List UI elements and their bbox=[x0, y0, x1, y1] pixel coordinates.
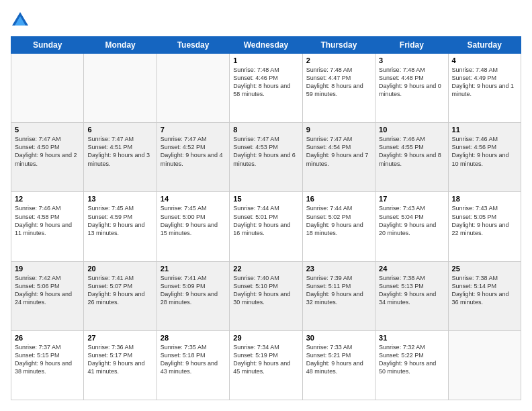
day-number: 5 bbox=[15, 126, 80, 134]
day-number: 30 bbox=[306, 334, 371, 342]
day-number: 31 bbox=[379, 334, 444, 342]
calendar-cell: 2Sunrise: 7:48 AMSunset: 4:47 PMDaylight… bbox=[302, 54, 375, 123]
cell-info: Sunrise: 7:48 AMSunset: 4:46 PMDaylight:… bbox=[233, 66, 298, 99]
page: SundayMondayTuesdayWednesdayThursdayFrid… bbox=[0, 0, 532, 411]
calendar-cell: 9Sunrise: 7:47 AMSunset: 4:54 PMDaylight… bbox=[302, 123, 375, 192]
cell-info: Sunrise: 7:32 AMSunset: 5:22 PMDaylight:… bbox=[379, 343, 444, 376]
day-number: 23 bbox=[306, 265, 371, 273]
day-number: 21 bbox=[161, 265, 226, 273]
cell-info: Sunrise: 7:45 AMSunset: 5:00 PMDaylight:… bbox=[161, 204, 226, 237]
weekday-header-wednesday: Wednesday bbox=[230, 37, 302, 54]
cell-info: Sunrise: 7:44 AMSunset: 5:01 PMDaylight:… bbox=[233, 204, 298, 237]
cell-info: Sunrise: 7:39 AMSunset: 5:11 PMDaylight:… bbox=[306, 274, 371, 307]
calendar-week-row: 12Sunrise: 7:46 AMSunset: 4:58 PMDayligh… bbox=[11, 192, 521, 261]
calendar-cell: 3Sunrise: 7:48 AMSunset: 4:48 PMDaylight… bbox=[375, 54, 448, 123]
cell-info: Sunrise: 7:44 AMSunset: 5:02 PMDaylight:… bbox=[306, 204, 371, 237]
day-number: 13 bbox=[87, 195, 152, 203]
calendar-cell: 18Sunrise: 7:43 AMSunset: 5:05 PMDayligh… bbox=[448, 192, 521, 261]
calendar-cell: 7Sunrise: 7:47 AMSunset: 4:52 PMDaylight… bbox=[157, 123, 229, 192]
cell-info: Sunrise: 7:33 AMSunset: 5:21 PMDaylight:… bbox=[306, 343, 371, 376]
calendar-week-row: 1Sunrise: 7:48 AMSunset: 4:46 PMDaylight… bbox=[11, 54, 521, 123]
calendar-cell: 27Sunrise: 7:36 AMSunset: 5:17 PMDayligh… bbox=[84, 330, 157, 400]
day-number: 1 bbox=[233, 56, 298, 64]
calendar-cell: 16Sunrise: 7:44 AMSunset: 5:02 PMDayligh… bbox=[302, 192, 375, 261]
calendar-cell: 15Sunrise: 7:44 AMSunset: 5:01 PMDayligh… bbox=[230, 192, 302, 261]
calendar-table: SundayMondayTuesdayWednesdayThursdayFrid… bbox=[11, 36, 521, 400]
cell-info: Sunrise: 7:47 AMSunset: 4:52 PMDaylight:… bbox=[161, 135, 226, 168]
calendar-week-row: 19Sunrise: 7:42 AMSunset: 5:06 PMDayligh… bbox=[11, 261, 521, 330]
calendar-cell: 28Sunrise: 7:35 AMSunset: 5:18 PMDayligh… bbox=[157, 330, 229, 400]
day-number: 11 bbox=[452, 126, 517, 134]
cell-info: Sunrise: 7:43 AMSunset: 5:05 PMDaylight:… bbox=[452, 204, 517, 237]
calendar-cell bbox=[84, 54, 157, 123]
calendar-cell: 17Sunrise: 7:43 AMSunset: 5:04 PMDayligh… bbox=[375, 192, 448, 261]
cell-info: Sunrise: 7:34 AMSunset: 5:19 PMDaylight:… bbox=[233, 343, 298, 376]
calendar-cell: 4Sunrise: 7:48 AMSunset: 4:49 PMDaylight… bbox=[448, 54, 521, 123]
cell-info: Sunrise: 7:46 AMSunset: 4:55 PMDaylight:… bbox=[379, 135, 444, 168]
day-number: 27 bbox=[87, 334, 152, 342]
day-number: 19 bbox=[15, 265, 80, 273]
calendar-cell: 5Sunrise: 7:47 AMSunset: 4:50 PMDaylight… bbox=[11, 123, 84, 192]
weekday-header-friday: Friday bbox=[375, 37, 448, 54]
day-number: 7 bbox=[161, 126, 226, 134]
day-number: 10 bbox=[379, 126, 444, 134]
cell-info: Sunrise: 7:47 AMSunset: 4:51 PMDaylight:… bbox=[87, 135, 152, 168]
weekday-header-monday: Monday bbox=[84, 37, 157, 54]
day-number: 20 bbox=[87, 265, 152, 273]
calendar-cell: 11Sunrise: 7:46 AMSunset: 4:56 PMDayligh… bbox=[448, 123, 521, 192]
cell-info: Sunrise: 7:41 AMSunset: 5:07 PMDaylight:… bbox=[87, 274, 152, 307]
day-number: 26 bbox=[15, 334, 80, 342]
day-number: 18 bbox=[452, 195, 517, 203]
day-number: 2 bbox=[306, 56, 371, 64]
day-number: 29 bbox=[233, 334, 298, 342]
day-number: 24 bbox=[379, 265, 444, 273]
calendar-cell: 30Sunrise: 7:33 AMSunset: 5:21 PMDayligh… bbox=[302, 330, 375, 400]
calendar-cell: 21Sunrise: 7:41 AMSunset: 5:09 PMDayligh… bbox=[157, 261, 229, 330]
day-number: 15 bbox=[233, 195, 298, 203]
header bbox=[11, 11, 521, 30]
day-number: 17 bbox=[379, 195, 444, 203]
calendar-cell: 13Sunrise: 7:45 AMSunset: 4:59 PMDayligh… bbox=[84, 192, 157, 261]
logo bbox=[11, 11, 32, 30]
day-number: 8 bbox=[233, 126, 298, 134]
calendar-cell bbox=[157, 54, 229, 123]
cell-info: Sunrise: 7:48 AMSunset: 4:47 PMDaylight:… bbox=[306, 66, 371, 99]
calendar-cell: 6Sunrise: 7:47 AMSunset: 4:51 PMDaylight… bbox=[84, 123, 157, 192]
calendar-cell: 1Sunrise: 7:48 AMSunset: 4:46 PMDaylight… bbox=[230, 54, 302, 123]
calendar-cell: 22Sunrise: 7:40 AMSunset: 5:10 PMDayligh… bbox=[230, 261, 302, 330]
cell-info: Sunrise: 7:45 AMSunset: 4:59 PMDaylight:… bbox=[87, 204, 152, 237]
cell-info: Sunrise: 7:38 AMSunset: 5:14 PMDaylight:… bbox=[452, 274, 517, 307]
cell-info: Sunrise: 7:47 AMSunset: 4:53 PMDaylight:… bbox=[233, 135, 298, 168]
cell-info: Sunrise: 7:46 AMSunset: 4:58 PMDaylight:… bbox=[15, 204, 80, 237]
cell-info: Sunrise: 7:38 AMSunset: 5:13 PMDaylight:… bbox=[379, 274, 444, 307]
day-number: 4 bbox=[452, 56, 517, 64]
logo-icon bbox=[11, 11, 30, 30]
calendar-cell: 14Sunrise: 7:45 AMSunset: 5:00 PMDayligh… bbox=[157, 192, 229, 261]
calendar-cell: 25Sunrise: 7:38 AMSunset: 5:14 PMDayligh… bbox=[448, 261, 521, 330]
day-number: 6 bbox=[87, 126, 152, 134]
cell-info: Sunrise: 7:41 AMSunset: 5:09 PMDaylight:… bbox=[161, 274, 226, 307]
cell-info: Sunrise: 7:47 AMSunset: 4:50 PMDaylight:… bbox=[15, 135, 80, 168]
day-number: 16 bbox=[306, 195, 371, 203]
weekday-header-thursday: Thursday bbox=[302, 37, 375, 54]
day-number: 25 bbox=[452, 265, 517, 273]
weekday-header-saturday: Saturday bbox=[448, 37, 521, 54]
day-number: 9 bbox=[306, 126, 371, 134]
cell-info: Sunrise: 7:47 AMSunset: 4:54 PMDaylight:… bbox=[306, 135, 371, 168]
calendar-cell: 20Sunrise: 7:41 AMSunset: 5:07 PMDayligh… bbox=[84, 261, 157, 330]
cell-info: Sunrise: 7:36 AMSunset: 5:17 PMDaylight:… bbox=[87, 343, 152, 376]
cell-info: Sunrise: 7:42 AMSunset: 5:06 PMDaylight:… bbox=[15, 274, 80, 307]
cell-info: Sunrise: 7:48 AMSunset: 4:49 PMDaylight:… bbox=[452, 66, 517, 99]
day-number: 22 bbox=[233, 265, 298, 273]
calendar-cell bbox=[11, 54, 84, 123]
weekday-header-row: SundayMondayTuesdayWednesdayThursdayFrid… bbox=[11, 37, 521, 54]
calendar-cell: 29Sunrise: 7:34 AMSunset: 5:19 PMDayligh… bbox=[230, 330, 302, 400]
calendar-cell: 24Sunrise: 7:38 AMSunset: 5:13 PMDayligh… bbox=[375, 261, 448, 330]
day-number: 3 bbox=[379, 56, 444, 64]
day-number: 28 bbox=[161, 334, 226, 342]
calendar-cell: 10Sunrise: 7:46 AMSunset: 4:55 PMDayligh… bbox=[375, 123, 448, 192]
cell-info: Sunrise: 7:46 AMSunset: 4:56 PMDaylight:… bbox=[452, 135, 517, 168]
calendar-cell bbox=[448, 330, 521, 400]
cell-info: Sunrise: 7:40 AMSunset: 5:10 PMDaylight:… bbox=[233, 274, 298, 307]
cell-info: Sunrise: 7:48 AMSunset: 4:48 PMDaylight:… bbox=[379, 66, 444, 99]
